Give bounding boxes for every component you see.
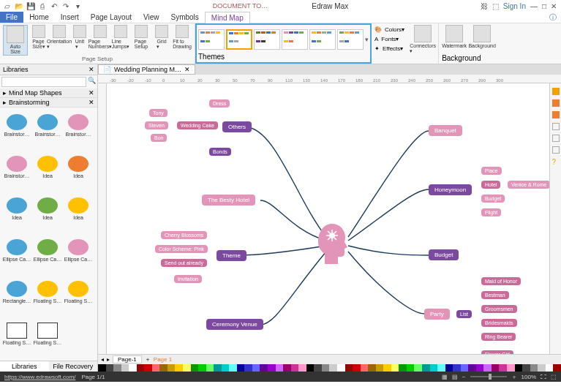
close-button[interactable]: ✕ [551,2,557,10]
page-numbers-button[interactable]: Page Numbers▾ [91,25,110,56]
zoom-slider[interactable] [470,376,507,377]
page-tab-1[interactable]: Page-1 [113,355,142,363]
node-moh[interactable]: Maid of Honor [481,277,521,285]
node-wedding-cake[interactable]: Wedding Cake [177,121,218,129]
node-cherry[interactable]: Cherry Blossoms [161,231,207,239]
tab-mind-map[interactable]: Mind Map [205,12,250,23]
theme-swatch-5[interactable] [309,29,336,50]
status-link[interactable]: https://www.edrawsoft.com/ [4,374,75,380]
node-honeymoon[interactable]: Honeymoon [429,184,472,195]
fit-drawing-button[interactable]: Fit to Drawing [173,25,192,56]
node-groomsmen[interactable]: Groomsmen [481,305,517,313]
qat-save-icon[interactable]: 💾 [26,1,35,10]
maximize-button[interactable]: □ [542,2,546,10]
tool-prop-icon[interactable] [552,146,560,154]
shape-10[interactable]: Ellipse Ca… [32,234,63,266]
theme-swatch-2[interactable] [226,29,252,50]
qat-new-icon[interactable]: ▱ [3,1,12,10]
node-invitation[interactable]: Invitation [174,275,202,283]
tab-symbols[interactable]: Symbols [165,12,205,23]
shape-8[interactable]: Idea [63,192,94,225]
node-flowergirl[interactable]: Flower Girl [481,350,513,354]
qat-print-icon[interactable]: ⎙ [38,1,47,10]
shape-15[interactable]: Floating S… [1,317,32,350]
tab-page-layout[interactable]: Page Layout [85,12,138,23]
fonts-dropdown[interactable]: Fonts▾ [381,36,399,42]
orientation-button[interactable]: Orientation ▾ [50,25,69,56]
search-icon[interactable]: 🔍 [88,77,96,87]
shape-14[interactable]: Floating S… [63,276,94,308]
drawing-page[interactable]: Others Dress Wedding Cake Tony Steven Bo… [107,83,549,354]
node-steven[interactable]: Steven [145,121,168,129]
center-head-icon[interactable] [315,222,350,266]
node-venice[interactable]: Venice & Rome [508,181,549,189]
shape-12[interactable]: Rectangle… [1,276,32,308]
auto-size-button[interactable]: Auto Size [3,25,28,56]
colors-dropdown[interactable]: Colors▾ [385,26,404,33]
color-palette-strip[interactable] [98,364,561,372]
zoom-in-icon[interactable]: ＋ [511,373,517,381]
libraries-close-icon[interactable]: ✕ [89,66,94,73]
node-color-scheme[interactable]: Color Scheme: Pink [155,245,208,253]
node-banquet[interactable]: Banquet [429,125,462,136]
node-flight[interactable]: Flight [481,208,501,216]
theme-swatch-1[interactable] [198,29,225,50]
unit-button[interactable]: Unit ▾ [70,25,89,56]
theme-swatch-4[interactable] [282,29,308,50]
tab-home[interactable]: Home [23,12,55,23]
tool-shape-icon[interactable] [552,99,560,107]
shape-5[interactable]: Idea [63,151,94,183]
effects-dropdown[interactable]: Effects▾ [383,45,403,52]
node-ringbearer[interactable]: Ring Bearer [481,333,516,341]
page-next-icon[interactable]: ▸ [107,356,110,363]
minimize-button[interactable]: — [530,2,538,10]
node-venue[interactable]: Ceremony Venue [206,319,263,330]
tool-fill-icon[interactable] [552,111,560,118]
theme-swatch-3[interactable] [254,29,280,50]
view-mode-icon[interactable]: ▦ [442,374,448,380]
fullscreen-icon[interactable]: ⬚ [551,374,557,380]
shape-13[interactable]: Floating S… [32,276,63,308]
help-icon[interactable]: ⓘ [549,12,557,23]
sidebar-tab-recovery[interactable]: File Recovery [49,361,98,372]
shape-7[interactable]: Idea [32,192,63,225]
node-hotel[interactable]: The Besty Hotel [202,195,255,206]
category-brainstorming[interactable]: ▸Brainstorming✕ [0,98,97,108]
shape-2[interactable]: Brainstor… [63,109,94,141]
line-jumps-button[interactable]: Line Jumps▾ [111,25,130,56]
shape-11[interactable]: Ellipse Ca… [63,234,94,266]
document-tab[interactable]: 📄 Wedding Planning M… ✕ [98,64,195,75]
grid-button[interactable]: Grid ▾ [152,25,171,56]
node-send-out[interactable]: Send out already [161,259,207,267]
qat-open-icon[interactable]: 📂 [15,1,23,10]
tab-insert[interactable]: Insert [55,12,85,23]
qat-more-icon[interactable]: ▾ [73,1,82,10]
page-setup-button[interactable]: Page Setup [132,25,151,56]
zoom-out-icon[interactable]: − [462,374,466,380]
node-tony[interactable]: Tony [149,109,167,117]
tab-view[interactable]: View [138,12,165,23]
shape-6[interactable]: Idea [1,192,32,225]
node-budget[interactable]: Budget [429,249,459,260]
qat-redo-icon[interactable]: ↷ [61,1,70,10]
node-hhotel[interactable]: Hotel [481,181,500,189]
sidebar-tab-libraries[interactable]: Libraries [0,361,49,372]
tool-help-icon[interactable]: ? [552,158,560,165]
node-bonds[interactable]: Bonds [209,148,231,156]
doc-close-icon[interactable]: ✕ [184,66,190,73]
shape-1[interactable]: Brainstor… [32,109,63,141]
fit-page-icon[interactable]: ⛶ [541,374,546,380]
node-list[interactable]: List [456,310,472,318]
tool-page-icon[interactable] [552,123,560,130]
page-add-icon[interactable]: ＋ [145,355,151,363]
tab-file[interactable]: File [0,12,23,23]
node-bestman[interactable]: Bestman [481,291,509,299]
node-others[interactable]: Others [222,121,252,132]
node-hbudget[interactable]: Budget [481,195,505,203]
themes-more-icon[interactable]: ▾ [365,36,369,43]
category-mind-map-shapes[interactable]: ▸Mind Map Shapes✕ [0,88,97,98]
cloud-icon[interactable]: ⬚ [492,2,499,10]
view-mode2-icon[interactable]: ▤ [452,374,458,380]
node-party[interactable]: Party [424,309,450,320]
node-place[interactable]: Place [481,167,502,175]
